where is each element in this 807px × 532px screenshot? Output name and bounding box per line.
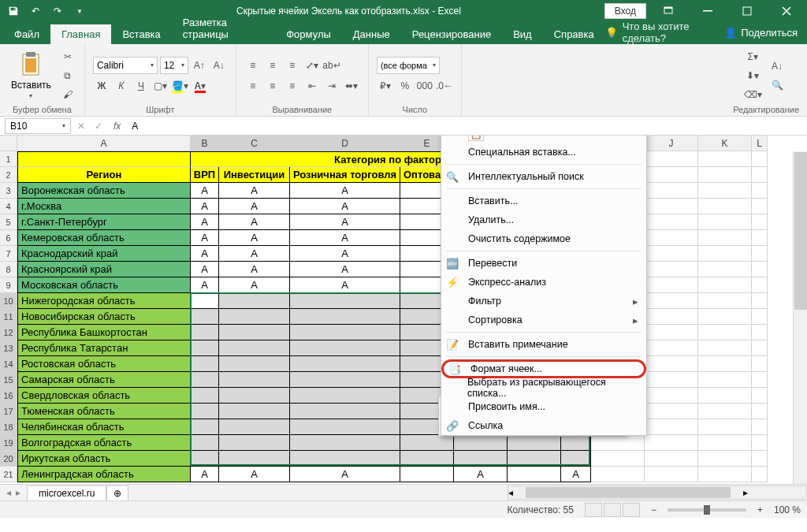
- zoom-slider[interactable]: [668, 508, 746, 512]
- autosum-icon[interactable]: Σ▾: [744, 48, 761, 65]
- format-painter-icon[interactable]: 🖌: [59, 86, 76, 103]
- ribbon: Вставить▾ ✂ ⧉ 🖌 Буфер обмена Calibri▾ 12…: [0, 44, 807, 117]
- view-break-icon[interactable]: [623, 503, 640, 517]
- svg-rect-1: [664, 7, 672, 9]
- increase-decimal-icon[interactable]: .0←: [436, 77, 453, 95]
- cm-insert[interactable]: Вставить...: [441, 192, 646, 210]
- font-color-button[interactable]: A▾: [192, 77, 209, 95]
- cm-comment[interactable]: 📝Вставить примечание: [441, 335, 646, 354]
- ribbon-options-icon[interactable]: [651, 0, 686, 22]
- zoom-in[interactable]: +: [757, 504, 763, 515]
- cm-sort[interactable]: Сортировка▸: [441, 311, 646, 329]
- scroll-thumb[interactable]: [794, 152, 807, 310]
- name-box[interactable]: B10▾: [5, 118, 71, 134]
- align-right-icon[interactable]: ≡: [284, 77, 301, 95]
- percent-icon[interactable]: %: [396, 77, 414, 95]
- tell-me-search[interactable]: 💡Что вы хотите сделать?: [605, 20, 709, 44]
- view-layout-icon[interactable]: [604, 503, 621, 517]
- decrease-indent-icon[interactable]: ⇤: [303, 77, 321, 95]
- font-size-combo[interactable]: 12▾: [160, 57, 188, 74]
- undo-icon[interactable]: ↶: [27, 2, 44, 20]
- cut-icon[interactable]: ✂: [59, 48, 76, 65]
- maximize-icon[interactable]: [730, 0, 764, 22]
- paste-button[interactable]: Вставить▾: [8, 51, 54, 99]
- increase-indent-icon[interactable]: ⇥: [323, 77, 340, 95]
- cm-quick-analysis[interactable]: ⚡Экспресс-анализ: [441, 273, 646, 292]
- cm-intel-search[interactable]: 🔍Интеллектуальный поиск: [441, 167, 646, 186]
- tab-layout[interactable]: Разметка страницы: [172, 13, 275, 44]
- cm-define-name[interactable]: Присвоить имя...: [441, 397, 646, 416]
- close-icon[interactable]: [769, 0, 804, 22]
- cm-filter[interactable]: Фильтр▸: [441, 292, 646, 311]
- cancel-formula-icon[interactable]: ✕: [73, 117, 90, 135]
- sheet-tab[interactable]: microexcel.ru: [27, 485, 106, 500]
- cm-link[interactable]: 🔗Ссылка: [441, 416, 646, 435]
- copy-icon[interactable]: ⧉: [59, 67, 76, 84]
- align-top-icon[interactable]: ≡: [244, 57, 262, 74]
- column-headers[interactable]: ABCDEFGHIJKL: [17, 136, 768, 151]
- title-bar: ↶ ↷ ▼ Скрытые ячейки Эксель как отобрази…: [0, 0, 807, 22]
- horizontal-scrollbar[interactable]: ◂▸: [508, 485, 807, 500]
- share-button[interactable]: 👤Поделиться: [724, 27, 798, 39]
- redo-icon[interactable]: ↷: [49, 2, 66, 20]
- underline-button[interactable]: Ч: [132, 77, 150, 95]
- vertical-scrollbar[interactable]: [793, 151, 807, 484]
- find-icon[interactable]: 🔍: [766, 76, 788, 94]
- align-bottom-icon[interactable]: ≡: [284, 57, 301, 74]
- fx-icon[interactable]: fx: [107, 121, 127, 132]
- fill-color-button[interactable]: 🪣▾: [172, 77, 189, 95]
- add-sheet-button[interactable]: ⊕: [106, 485, 128, 500]
- select-all-corner[interactable]: [0, 136, 17, 151]
- cm-pick-list[interactable]: Выбрать из раскрывающегося списка...: [441, 378, 646, 397]
- cm-translate[interactable]: 🔤Перевести: [441, 254, 646, 273]
- cm-clear[interactable]: Очистить содержимое: [441, 229, 646, 248]
- login-button[interactable]: Вход: [604, 3, 646, 19]
- zoom-value[interactable]: 100 %: [774, 504, 801, 515]
- increase-font-icon[interactable]: A↑: [191, 57, 208, 74]
- cm-paste-special[interactable]: Специальная вставка...: [441, 143, 646, 162]
- clear-icon[interactable]: ⌫▾: [744, 86, 761, 103]
- comma-icon[interactable]: 000: [416, 77, 433, 95]
- group-number: Число: [403, 103, 428, 114]
- minimize-icon[interactable]: [690, 0, 725, 22]
- document-title: Скрытые ячейки Эксель как отобразить.xls…: [93, 6, 604, 17]
- wrap-text-icon[interactable]: ab↵: [323, 57, 340, 74]
- font-name-combo[interactable]: Calibri▾: [93, 57, 158, 74]
- italic-button[interactable]: К: [113, 77, 130, 95]
- tab-review[interactable]: Рецензирование: [401, 24, 502, 44]
- orientation-icon[interactable]: ⤢▾: [303, 57, 321, 74]
- cm-format-cells[interactable]: 📑Формат ячеек...: [441, 359, 646, 378]
- tab-help[interactable]: Справка: [543, 24, 605, 44]
- tab-home[interactable]: Главная: [50, 24, 111, 44]
- bold-button[interactable]: Ж: [93, 77, 110, 95]
- enter-formula-icon[interactable]: ✓: [90, 117, 107, 135]
- merge-icon[interactable]: ⬌▾: [343, 77, 360, 95]
- row-headers[interactable]: 123456789101112131415161718192021: [0, 151, 17, 482]
- currency-icon[interactable]: ₽▾: [377, 77, 394, 95]
- qat-more-icon[interactable]: ▼: [71, 2, 88, 20]
- clipboard-icon: [19, 51, 43, 78]
- number-format-combo[interactable]: (все форма▾: [377, 57, 440, 74]
- align-center-icon[interactable]: ≡: [264, 77, 281, 95]
- tab-data[interactable]: Данные: [342, 24, 401, 44]
- sort-filter-icon[interactable]: A↓: [766, 58, 788, 75]
- tab-formulas[interactable]: Формулы: [275, 24, 342, 44]
- fill-icon[interactable]: ⬇▾: [744, 67, 761, 84]
- hscroll-thumb[interactable]: [526, 487, 731, 498]
- tab-view[interactable]: Вид: [502, 24, 543, 44]
- align-left-icon[interactable]: ≡: [244, 77, 262, 95]
- align-middle-icon[interactable]: ≡: [264, 57, 281, 74]
- save-icon[interactable]: [5, 2, 22, 20]
- tab-insert[interactable]: Вставка: [111, 24, 171, 44]
- zoom-out[interactable]: −: [651, 504, 656, 515]
- link-icon: 🔗: [444, 418, 460, 433]
- tab-file[interactable]: Файл: [3, 24, 50, 44]
- decrease-font-icon[interactable]: A↓: [210, 57, 228, 74]
- tab-nav[interactable]: ◂▸: [0, 487, 27, 498]
- cm-paste-default[interactable]: 📋: [441, 136, 646, 143]
- view-normal-icon[interactable]: [585, 503, 602, 517]
- grid[interactable]: Категория по факторуРегионВРПИнвестицииР…: [17, 151, 768, 482]
- formula-input[interactable]: A: [127, 121, 807, 132]
- border-button[interactable]: ▢▾: [152, 77, 169, 95]
- cm-delete[interactable]: Удалить...: [441, 210, 646, 229]
